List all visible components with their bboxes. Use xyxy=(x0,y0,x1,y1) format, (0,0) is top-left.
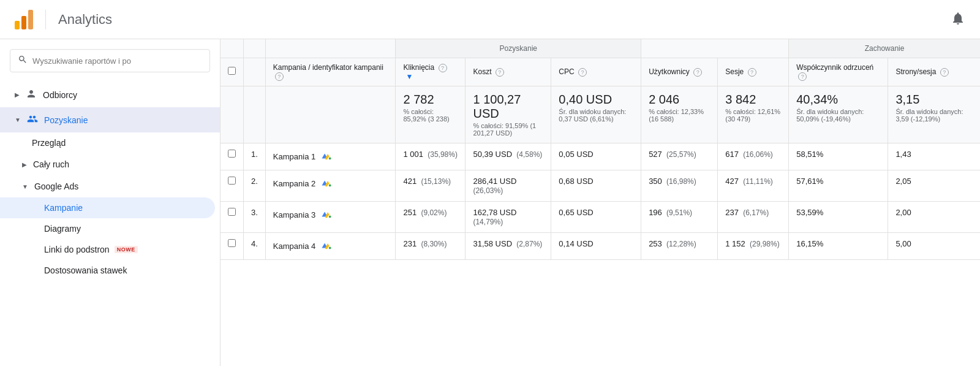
row1-checkbox[interactable] xyxy=(228,150,236,158)
help-icon-sesje[interactable]: ? xyxy=(748,68,756,77)
row2-checkbox[interactable] xyxy=(228,177,236,185)
help-icon-klikniecia[interactable]: ? xyxy=(439,64,447,72)
row2-check[interactable] xyxy=(221,170,244,201)
notification-bell[interactable] xyxy=(951,11,965,28)
help-icon-wspolczynnik[interactable]: ? xyxy=(798,72,807,81)
sidebar-item-dostosowania[interactable]: Dostosowania stawek xyxy=(0,260,220,281)
row2-wspolczynnik: 57,61% xyxy=(789,170,888,201)
row1-uzytkownicy: 527 (25,57%) xyxy=(641,143,718,170)
summary-sesje: 3 842 % całości: 12,61% (30 479) xyxy=(718,86,789,143)
col-wspolczynnik-label: Współczynnik odrzuceń xyxy=(796,63,873,72)
row4-uzytkownicy: 253 (12,28%) xyxy=(641,232,718,259)
app-header: Analytics xyxy=(0,0,980,39)
chevron-right-icon: ▶ xyxy=(15,91,20,98)
chevron-down-icon-ads: ▼ xyxy=(22,183,28,190)
row4-cpc: 0,14 USD xyxy=(551,232,641,259)
row2-kampania-name: Kampania 2 xyxy=(273,179,315,188)
row1-klikniecia-pct: (35,98%) xyxy=(428,150,458,159)
col-header-check[interactable] xyxy=(221,58,244,86)
new-badge: NOWE xyxy=(115,246,138,253)
main-layout: ▶ Odbiorcy ▼ Pozyskanie Przegląd ▶ Cały … xyxy=(0,39,980,366)
row4-check[interactable] xyxy=(221,232,244,259)
row1-strony: 1,43 xyxy=(888,143,980,170)
row1-uzytkownicy-pct: (25,57%) xyxy=(666,150,696,159)
row3-check[interactable] xyxy=(221,201,244,232)
row3-uzytkownicy-pct: (9,51%) xyxy=(666,208,692,217)
col-header-koszt[interactable]: Koszt ? xyxy=(466,58,551,86)
row4-sesje-pct: (29,98%) xyxy=(750,240,780,248)
summary-wspolczynnik-value: 40,34% xyxy=(796,93,880,107)
sidebar-item-caly-ruch[interactable]: ▶ Cały ruch xyxy=(0,153,220,175)
col-strony-label: Strony/sesja xyxy=(895,67,936,76)
sidebar-label-dostosowania: Dostosowania stawek xyxy=(44,265,127,275)
row2-kampania: Kampania 2 xyxy=(265,170,396,201)
google-ads-icon-3 xyxy=(320,208,333,222)
sidebar-label-linki: Linki do podstron xyxy=(44,245,110,254)
google-ads-icon-4 xyxy=(320,239,333,253)
col-header-num xyxy=(244,58,266,86)
table-row: 1. Kampania 1 xyxy=(221,143,980,170)
col-header-klikniecia[interactable]: Kliknięcia ? ▼ xyxy=(396,58,466,86)
row3-wspolczynnik: 53,59% xyxy=(789,201,888,232)
row3-koszt-pct: (14,79%) xyxy=(473,218,503,226)
sidebar-item-pozyskanie[interactable]: ▼ Pozyskanie xyxy=(0,107,220,132)
sidebar-label-kampanie: Kampanie xyxy=(44,203,83,213)
row4-sesje: 1 152 (29,98%) xyxy=(718,232,789,259)
google-ads-icon-2 xyxy=(320,177,333,191)
sidebar-item-linki[interactable]: Linki do podstron NOWE xyxy=(0,239,220,260)
col-header-uzytkownicy[interactable]: Użytkownicy ? xyxy=(641,58,718,86)
row1-koszt: 50,39 USD (4,58%) xyxy=(466,143,551,170)
row2-uzytkownicy: 350 (16,98%) xyxy=(641,170,718,201)
col-group-kampania xyxy=(265,39,396,58)
row3-klikniecia-pct: (9,02%) xyxy=(421,208,447,217)
summary-koszt-value: 1 100,27 USD xyxy=(473,93,543,121)
sidebar-item-google-ads[interactable]: ▼ Google Ads xyxy=(0,175,220,197)
col-cpc-label: CPC xyxy=(559,67,574,76)
row2-klikniecia-pct: (15,13%) xyxy=(421,177,451,186)
row3-kampania: Kampania 3 xyxy=(265,201,396,232)
select-all-checkbox[interactable] xyxy=(228,67,236,75)
summary-num xyxy=(244,86,266,143)
sidebar: ▶ Odbiorcy ▼ Pozyskanie Przegląd ▶ Cały … xyxy=(0,39,221,366)
help-icon-strony[interactable]: ? xyxy=(940,68,949,77)
summary-uzytkownicy-sub: % całości: 12,33% (16 588) xyxy=(649,108,710,123)
app-title: Analytics xyxy=(58,12,112,28)
col-header-strony[interactable]: Strony/sesja ? xyxy=(888,58,980,86)
row3-koszt: 162,78 USD (14,79%) xyxy=(466,201,551,232)
sidebar-label-diagramy: Diagramy xyxy=(44,224,81,234)
sidebar-item-kampanie[interactable]: Kampanie xyxy=(0,197,215,218)
row1-num: 1. xyxy=(244,143,266,170)
row3-sesje: 237 (6,17%) xyxy=(718,201,789,232)
row1-check[interactable] xyxy=(221,143,244,170)
row4-kampania-name: Kampania 4 xyxy=(273,242,315,251)
row4-kampania: Kampania 4 xyxy=(265,232,396,259)
search-box[interactable] xyxy=(10,49,210,72)
row3-uzytkownicy: 196 (9,51%) xyxy=(641,201,718,232)
row3-checkbox[interactable] xyxy=(228,208,236,216)
row3-num: 3. xyxy=(244,201,266,232)
sidebar-label-przeglad: Przegląd xyxy=(32,138,66,148)
google-ads-icon-1 xyxy=(320,150,333,164)
row2-sesje: 427 (11,11%) xyxy=(718,170,789,201)
sort-down-icon: ▼ xyxy=(405,72,413,81)
help-icon-uzytkownicy[interactable]: ? xyxy=(693,68,702,77)
sidebar-item-odbiorcy[interactable]: ▶ Odbiorcy xyxy=(0,82,220,107)
help-icon-kampania[interactable]: ? xyxy=(275,72,284,81)
summary-wspolczynnik-sub: Śr. dla widoku danych: 50,09% (-19,46%) xyxy=(796,108,880,123)
summary-klikniecia: 2 782 % całości: 85,92% (3 238) xyxy=(396,86,466,143)
summary-cpc: 0,40 USD Śr. dla widoku danych: 0,37 USD… xyxy=(551,86,641,143)
col-header-cpc[interactable]: CPC ? xyxy=(551,58,641,86)
sidebar-item-przeglad[interactable]: Przegląd xyxy=(0,132,220,153)
help-icon-koszt[interactable]: ? xyxy=(496,68,504,77)
row4-checkbox[interactable] xyxy=(228,239,236,247)
row4-koszt: 31,58 USD (2,87%) xyxy=(466,232,551,259)
summary-klikniecia-sub: % całości: 85,92% (3 238) xyxy=(403,108,458,123)
summary-strony-value: 3,15 xyxy=(895,93,973,107)
search-input[interactable] xyxy=(32,56,202,66)
col-header-wspolczynnik[interactable]: Współczynnik odrzuceń ? xyxy=(789,58,888,86)
row3-cpc: 0,65 USD xyxy=(551,201,641,232)
sidebar-item-diagramy[interactable]: Diagramy xyxy=(0,218,220,239)
help-icon-cpc[interactable]: ? xyxy=(578,68,587,77)
col-header-sesje[interactable]: Sesje ? xyxy=(718,58,789,86)
row4-uzytkownicy-pct: (12,28%) xyxy=(666,240,696,248)
